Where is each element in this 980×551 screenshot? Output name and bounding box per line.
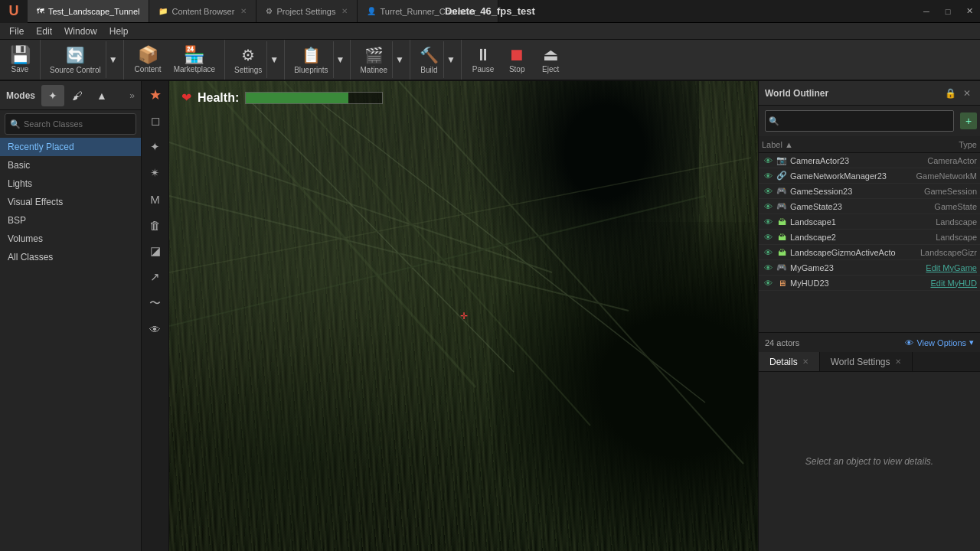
icon-actor[interactable]: 👁 [143,317,168,341]
volumes-label: Volumes [8,233,43,244]
nav-basic[interactable]: Basic [0,156,141,174]
stop-button[interactable]: ⏹ Stop [500,41,534,78]
col-type-header[interactable]: Type [900,140,977,149]
settings-button[interactable]: ⚙ Settings [230,41,266,78]
icon-lights[interactable]: ✦ [143,135,168,159]
eject-button[interactable]: ⏏ Eject [534,41,567,78]
visibility-icon[interactable]: 👁 [762,248,774,257]
nav-bsp[interactable]: BSP [0,211,141,230]
content-button[interactable]: 📦 Content [129,41,168,78]
actor-type: GameNetworkM [900,171,977,181]
maximize-button[interactable]: □ [937,0,959,23]
icon-basic[interactable]: ◻ [143,109,168,133]
edit-my-hud-link[interactable]: Edit MyHUD [930,279,977,288]
visibility-icon[interactable]: 👁 [762,217,774,227]
tab-content-browser[interactable]: 📁 Content Browser ✕ [149,0,256,22]
nav-lights[interactable]: Lights [0,174,141,193]
icon-panel: ★ ◻ ✦ ✴ M 🗑 ◪ ↗ 〜 👁 [142,81,169,551]
modes-expand-button[interactable]: » [129,90,135,101]
project-settings-tab-close[interactable]: ✕ [341,7,348,15]
menu-help[interactable]: Help [103,24,135,38]
settings-arrow[interactable]: ▼ [266,41,281,78]
table-row[interactable]: 👁 🔗 GameNetworkManager23 GameNetworkM [759,168,980,184]
titlebar: U 🗺 Test_Landscape_Tunnel 📁 Content Brow… [0,0,980,23]
outliner-add-button[interactable]: + [960,112,977,129]
stop-icon: ⏹ [508,47,525,64]
landscape-mode-button[interactable]: ▲ [90,85,113,106]
outliner-lock-button[interactable]: 🔒 [943,86,957,100]
tab-details[interactable]: Details ✕ [759,352,820,371]
place-mode-button[interactable]: ✦ [41,85,64,106]
col-label-header[interactable]: Label ▲ [762,140,900,149]
matinee-arrow[interactable]: ▼ [392,41,407,78]
tab-world-settings[interactable]: World Settings ✕ [820,352,913,371]
source-control-arrow[interactable]: ▼ [106,41,120,78]
table-row[interactable]: 👁 🖥 MyHUD23 Edit MyHUD [759,276,980,291]
minimize-button[interactable]: ─ [916,0,937,23]
actor-type-icon: 🔗 [776,171,788,181]
table-row[interactable]: 👁 🏔 Landscape2 Landscape [759,230,980,245]
outliner-search-input[interactable] [782,116,950,126]
nav-volumes[interactable]: Volumes [0,230,141,248]
view-options-button[interactable]: 👁 View Options ▾ [905,337,974,347]
actor-type-icon: 🎮 [776,201,788,211]
build-arrow[interactable]: ▼ [443,41,458,78]
nav-all-classes[interactable]: All Classes [0,248,141,266]
toolbar-content-group: 📦 Content 🏪 Marketplace [129,40,226,80]
table-row[interactable]: 👁 🏔 Landscape1 Landscape [759,214,980,230]
viewport[interactable]: ❤ Health: ✛ [169,81,758,551]
save-button[interactable]: 💾 Save [3,41,37,78]
nav-recently-placed[interactable]: Recently Placed [0,138,141,156]
bsp-label: BSP [8,215,26,226]
menu-edit[interactable]: Edit [30,24,58,38]
visibility-icon[interactable]: 👁 [762,202,774,211]
right-panel: World Outliner 🔒 ✕ 🔍 + Label ▲ Type 👁 [758,81,980,551]
icon-nav[interactable]: ↗ [143,265,168,289]
source-control-icon: 🔄 [66,46,85,64]
table-row[interactable]: 👁 🎮 GameSession23 GameSession [759,184,980,199]
table-row[interactable]: 👁 🎮 GameState23 GameState [759,199,980,214]
health-icon: ❤ [181,90,191,105]
toolbar: 💾 Save 🔄 Source Control ▼ 📦 Content 🏪 Ma… [0,40,980,81]
matinee-button[interactable]: 🎬 Matinee [355,41,392,78]
visibility-icon[interactable]: 👁 [762,279,774,288]
world-settings-tab-close[interactable]: ✕ [895,357,901,366]
visibility-icon[interactable]: 👁 [762,156,774,165]
build-button[interactable]: 🔨 Build [415,41,443,78]
outliner-controls: 🔒 ✕ [943,86,974,100]
actor-label: LandscapeGizmoActiveActo [790,248,900,257]
actor-label: GameNetworkManager23 [790,171,900,181]
toolbar-blueprints-group: 📋 Blueprints ▼ [289,40,351,80]
nav-visual-effects[interactable]: Visual Effects [0,193,141,211]
visibility-icon[interactable]: 👁 [762,233,774,242]
icon-spline[interactable]: 〜 [143,291,168,315]
icon-visual-effects[interactable]: ✴ [143,161,168,185]
visibility-icon[interactable]: 👁 [762,263,774,272]
tab-project-settings[interactable]: ⚙ Project Settings ✕ [256,0,358,22]
icon-bsp[interactable]: M [143,187,168,211]
source-control-button[interactable]: 🔄 Source Control [45,41,106,78]
details-tab-close[interactable]: ✕ [802,357,808,366]
settings-label: Settings [234,66,262,74]
pause-button[interactable]: ⏸ Pause [466,41,500,78]
edit-my-game-link[interactable]: Edit MyGame [926,263,977,272]
marketplace-button[interactable]: 🏪 Marketplace [168,41,221,78]
icon-geometry[interactable]: ◪ [143,239,168,263]
table-row[interactable]: 👁 🎮 MyGame23 Edit MyGame [759,260,980,276]
menu-file[interactable]: File [3,24,30,38]
table-row[interactable]: 👁 🏔 LandscapeGizmoActiveActo LandscapeGi… [759,245,980,260]
search-classes-input[interactable] [24,119,131,129]
visibility-icon[interactable]: 👁 [762,187,774,196]
blueprints-button[interactable]: 📋 Blueprints [289,41,332,78]
blueprints-arrow[interactable]: ▼ [333,41,348,78]
outliner-close-button[interactable]: ✕ [960,86,974,100]
content-tab-close[interactable]: ✕ [240,7,247,15]
visibility-icon[interactable]: 👁 [762,171,774,181]
paint-mode-button[interactable]: 🖌 [66,85,89,106]
icon-recently-placed[interactable]: ★ [143,83,168,107]
tab-landscape[interactable]: 🗺 Test_Landscape_Tunnel [28,0,149,22]
menu-window[interactable]: Window [58,24,103,38]
close-button[interactable]: ✕ [959,0,980,23]
table-row[interactable]: 👁 📷 CameraActor23 CameraActor [759,153,980,168]
icon-volumes[interactable]: 🗑 [143,213,168,237]
